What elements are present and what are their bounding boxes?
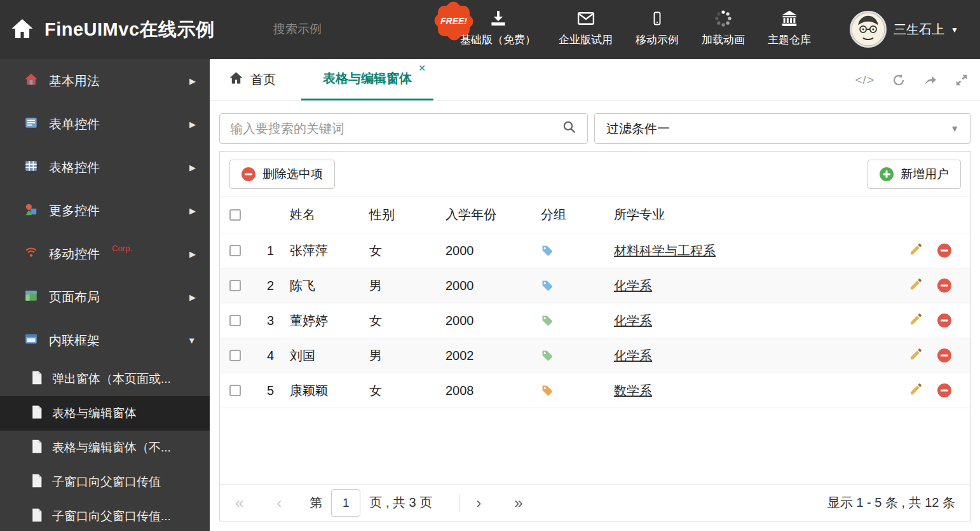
page-last-icon[interactable]: » — [514, 495, 522, 511]
nav-label: 移动示例 — [636, 32, 679, 47]
row-checkbox[interactable] — [229, 315, 241, 326]
sidebar-item-grid-controls[interactable]: 表格控件 ▶ — [0, 146, 210, 189]
delete-icon[interactable] — [937, 279, 951, 293]
page-prev-icon[interactable]: ‹ — [276, 495, 282, 511]
user-avatar[interactable] — [850, 11, 887, 48]
top-header: FineUIMvc在线示例 FREE! 基础版（免费） 企业版试用 — [0, 0, 980, 59]
cell-name: 董婷婷 — [274, 312, 353, 329]
header-nav: 基础版（免费） 企业版试用 移动示例 加载动画 — [460, 8, 811, 47]
select-all-checkbox[interactable] — [229, 209, 241, 221]
edit-icon[interactable] — [909, 312, 923, 329]
nav-item-theme-store[interactable]: 主题仓库 — [768, 8, 811, 47]
page-first-icon[interactable]: « — [235, 495, 243, 511]
nav-item-loading-anim[interactable]: 加载动画 — [702, 8, 745, 47]
tab-toolbar: </> — [855, 59, 969, 100]
file-icon — [31, 371, 43, 388]
sidebar-subitem-child-to-parent[interactable]: 子窗口向父窗口传值 — [0, 465, 210, 499]
delete-selected-button[interactable]: 删除选中项 — [229, 160, 335, 189]
sidebar-item-mobile-controls[interactable]: 移动控件 Corp. ▶ — [0, 232, 210, 275]
table-row: 5 康颖颖 女 2008 数学系 — [220, 373, 970, 408]
edit-icon[interactable] — [909, 347, 923, 364]
delete-icon[interactable] — [937, 348, 951, 362]
cell-gender: 女 — [353, 382, 430, 399]
user-menu[interactable]: 三生石上 ▼ — [894, 0, 958, 59]
edit-icon[interactable] — [909, 277, 923, 294]
sidebar-subitem-label: 子窗口向父窗口传值 — [52, 474, 161, 490]
bank-icon — [779, 8, 800, 28]
major-link[interactable]: 数学系 — [614, 383, 652, 397]
pagination-divider — [459, 494, 459, 512]
user-name: 三生石上 — [894, 21, 944, 38]
major-link[interactable]: 化学系 — [614, 314, 652, 328]
sidebar-subitem-grid-edit-window[interactable]: 表格与编辑窗体 — [0, 396, 210, 431]
page-next-icon[interactable]: › — [476, 495, 481, 511]
sidebar-item-label: 更多控件 — [49, 202, 100, 219]
table-row: 4 刘国 男 2002 化学系 — [220, 338, 970, 373]
sidebar-subitem-child-to-parent-2[interactable]: 子窗口向父窗口传值... — [0, 499, 210, 531]
layout-icon — [24, 289, 38, 306]
row-checkbox[interactable] — [229, 245, 241, 256]
search-icon[interactable] — [562, 120, 577, 137]
row-checkbox[interactable] — [229, 385, 241, 396]
nav-item-mobile-demo[interactable]: 移动示例 — [636, 8, 679, 47]
table-row: 2 陈飞 男 2000 化学系 — [220, 268, 970, 303]
share-icon[interactable] — [923, 72, 938, 88]
major-link[interactable]: 材料科学与工程系 — [614, 244, 716, 258]
tag-icon — [541, 384, 554, 397]
expand-icon[interactable] — [955, 73, 969, 87]
sidebar-subitem-label: 弹出窗体（本页面或... — [52, 371, 171, 387]
pagination-bar: « ‹ 第 页 , 共 3 页 › » 显示 1 - 5 条 , 共 12 条 — [220, 484, 970, 521]
close-icon[interactable]: ✕ — [418, 63, 426, 73]
tag-icon — [541, 349, 554, 362]
nav-item-enterprise-trial[interactable]: 企业版试用 — [559, 8, 613, 47]
sidebar-item-label: 基本用法 — [49, 72, 100, 90]
tab-grid-edit-window[interactable]: 表格与编辑窗体 ✕ — [301, 59, 433, 100]
column-header-group: 分组 — [525, 206, 598, 223]
keyword-search-input[interactable] — [230, 121, 554, 136]
add-user-button[interactable]: 新增用户 — [868, 160, 961, 189]
column-header-major: 所学专业 — [598, 206, 891, 223]
refresh-icon[interactable] — [891, 72, 906, 88]
tab-bar: 首页 表格与编辑窗体 ✕ </> — [210, 59, 980, 100]
sidebar-item-label: 页面布局 — [49, 289, 100, 306]
nav-item-basic-free[interactable]: 基础版（免费） — [460, 8, 536, 47]
sidebar-item-page-layout[interactable]: 页面布局 ▶ — [0, 275, 210, 319]
sidebar-subitem-grid-edit-window-2[interactable]: 表格与编辑窗体（不... — [0, 431, 210, 465]
tab-active-label: 表格与编辑窗体 — [323, 70, 412, 87]
major-link[interactable]: 化学系 — [614, 348, 652, 362]
edit-icon[interactable] — [909, 382, 923, 399]
cell-name: 陈飞 — [274, 277, 353, 294]
table-body: 1 张萍萍 女 2000 材料科学与工程系 2 陈飞 男 2000 化学系 — [220, 233, 970, 408]
column-header-year: 入学年份 — [430, 206, 525, 223]
delete-icon[interactable] — [937, 244, 951, 258]
delete-icon[interactable] — [937, 383, 951, 397]
filter-dropdown[interactable]: 过滤条件一 ▼ — [594, 113, 971, 144]
header-search-input[interactable] — [273, 22, 429, 36]
sidebar: 基本用法 ▶ 表单控件 ▶ 表格控件 ▶ 更多控件 ▶ 移动控件 Corp. ▶ — [0, 59, 210, 531]
chevron-right-icon: ▶ — [189, 76, 196, 86]
row-index: 3 — [258, 314, 274, 328]
envelope-icon — [576, 8, 596, 28]
sidebar-item-form-controls[interactable]: 表单控件 ▶ — [0, 102, 210, 146]
row-checkbox[interactable] — [229, 350, 241, 361]
source-code-icon[interactable]: </> — [855, 73, 875, 87]
row-checkbox[interactable] — [229, 280, 241, 291]
edit-icon[interactable] — [909, 242, 923, 259]
pagination-summary: 显示 1 - 5 条 , 共 12 条 — [827, 494, 955, 511]
tab-home[interactable]: 首页 — [229, 71, 276, 88]
sidebar-subitem-popup-window[interactable]: 弹出窗体（本页面或... — [0, 362, 210, 396]
page-number-input[interactable] — [331, 489, 360, 517]
sidebar-item-inline-frame[interactable]: 内联框架 ▼ — [0, 319, 210, 362]
shapes-icon — [24, 202, 38, 219]
sidebar-item-more-controls[interactable]: 更多控件 ▶ — [0, 189, 210, 232]
header-search — [273, 16, 407, 43]
row-index: 1 — [258, 244, 274, 258]
spinner-icon — [714, 8, 733, 28]
delete-icon[interactable] — [937, 314, 951, 328]
cell-year: 2000 — [430, 244, 525, 258]
sidebar-item-basic-usage[interactable]: 基本用法 ▶ — [0, 59, 210, 102]
cell-gender: 男 — [353, 277, 430, 294]
sidebar-item-label: 表格控件 — [49, 159, 100, 176]
sidebar-item-label: 内联框架 — [49, 332, 100, 349]
major-link[interactable]: 化学系 — [614, 279, 652, 293]
